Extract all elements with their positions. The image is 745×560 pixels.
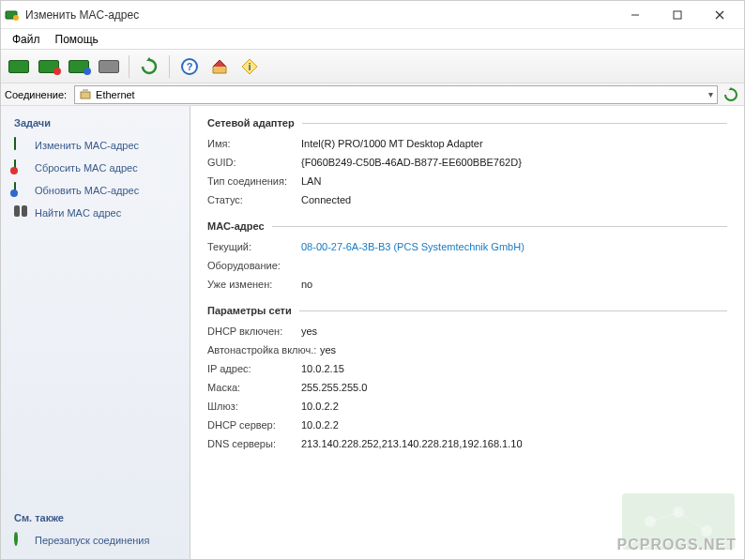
svg-rect-11 <box>622 493 735 550</box>
nic-icon <box>14 138 29 153</box>
change-mac-button[interactable] <box>5 53 33 81</box>
nic-red-icon <box>14 160 29 175</box>
adapter-guid-label: GUID: <box>207 157 301 168</box>
mac-changed-label: Уже изменен: <box>207 279 301 290</box>
reset-mac-button[interactable] <box>35 53 63 81</box>
sidebar-item-refresh-mac[interactable]: Обновить MAC-адрес <box>1 179 190 202</box>
section-adapter-header: Сетевой адаптер <box>207 117 727 129</box>
svg-rect-9 <box>81 92 90 98</box>
window-controls <box>614 2 740 28</box>
adapter-name-value: Intel(R) PRO/1000 MT Desktop Adapter <box>301 138 727 149</box>
net-auto-label: Автонастройка включ.: <box>207 344 320 356</box>
section-mac-header: MAC-адрес <box>207 220 727 232</box>
adapter-guid-value: {F060B249-C50B-46AD-B877-EE600BBE762D} <box>301 157 727 168</box>
svg-point-13 <box>673 507 684 518</box>
net-gw-label: Шлюз: <box>207 401 301 412</box>
help-button[interactable]: ? <box>175 53 204 81</box>
find-mac-button[interactable] <box>95 53 123 81</box>
sidebar-item-change-mac[interactable]: Изменить MAC-адрес <box>1 134 190 157</box>
sidebar-item-label: Перезапуск соединения <box>35 535 149 546</box>
net-dhcp-label: DHCP включен: <box>207 325 301 337</box>
window-title: Изменить MAC-адрес <box>25 8 614 22</box>
net-dhcps-value: 10.0.2.2 <box>301 419 727 431</box>
content-pane: Сетевой адаптер Имя:Intel(R) PRO/1000 MT… <box>190 106 744 559</box>
section-mac-title: MAC-адрес <box>207 220 265 232</box>
sidebar-item-label: Изменить MAC-адрес <box>35 140 139 151</box>
net-dns-value: 213.140.228.252,213.140.228.218,192.168.… <box>301 438 727 449</box>
toolbar: ? i <box>1 50 744 83</box>
adapter-status-value: Connected <box>301 194 727 205</box>
svg-point-1 <box>13 15 19 21</box>
nic-blue-icon <box>14 183 29 198</box>
menu-help[interactable]: Помощь <box>48 31 106 48</box>
restart-icon <box>14 533 29 548</box>
sidebar-item-label: Обновить MAC-адрес <box>35 185 139 196</box>
sidebar-item-label: Сбросить MAC адрес <box>35 162 138 174</box>
maximize-button[interactable] <box>656 2 698 28</box>
mac-hw-value <box>301 260 727 271</box>
sidebar: Задачи Изменить MAC-адрес Сбросить MAC а… <box>1 106 190 559</box>
net-mask-value: 255.255.255.0 <box>301 382 727 393</box>
adapter-status-label: Статус: <box>207 194 301 205</box>
sidebar-seealso-title: См. также <box>1 508 190 529</box>
adapter-name-label: Имя: <box>207 138 301 149</box>
net-dhcps-label: DHCP сервер: <box>207 419 301 431</box>
connection-refresh-button[interactable] <box>722 85 740 104</box>
sidebar-item-reset-mac[interactable]: Сбросить MAC адрес <box>1 157 190 179</box>
watermark-art <box>613 484 744 559</box>
sidebar-item-find-mac[interactable]: Найти MAC адрес <box>1 202 190 224</box>
connection-select[interactable]: Ethernet ▾ <box>74 85 718 104</box>
mac-changed-value: no <box>301 279 727 290</box>
svg-text:?: ? <box>187 61 193 72</box>
section-net-title: Параметры сети <box>207 305 292 316</box>
net-ip-label: IP адрес: <box>207 363 301 374</box>
net-ip-value: 10.0.2.15 <box>301 363 727 374</box>
net-auto-value: yes <box>320 344 727 356</box>
binoculars-icon <box>14 205 29 220</box>
svg-point-14 <box>701 525 712 537</box>
svg-line-16 <box>678 512 707 531</box>
menu-file[interactable]: Файл <box>5 31 48 48</box>
watermark-text: PCPROGS.NET <box>617 537 737 553</box>
net-dns-label: DNS серверы: <box>207 438 301 449</box>
app-icon <box>5 8 20 23</box>
reload-button[interactable] <box>135 53 163 81</box>
section-adapter-title: Сетевой адаптер <box>207 117 295 129</box>
connection-selected: Ethernet <box>96 89 708 100</box>
connection-bar: Соединение: Ethernet ▾ <box>1 83 744 106</box>
chevron-down-icon: ▾ <box>708 89 713 99</box>
minimize-button[interactable] <box>614 2 656 28</box>
toolbar-separator <box>169 55 170 78</box>
sidebar-tasks-title: Задачи <box>1 114 190 134</box>
svg-text:i: i <box>248 61 251 72</box>
ethernet-icon <box>79 88 92 101</box>
mac-current-label: Текущий: <box>207 241 301 252</box>
svg-rect-3 <box>674 11 681 19</box>
net-dhcp-value: yes <box>301 325 727 337</box>
refresh-mac-button[interactable] <box>65 53 93 81</box>
adapter-type-label: Тип соединения: <box>207 175 301 187</box>
section-net-header: Параметры сети <box>207 305 727 316</box>
svg-rect-10 <box>83 89 88 92</box>
net-mask-label: Маска: <box>207 382 301 393</box>
close-button[interactable] <box>698 2 740 28</box>
home-button[interactable] <box>205 53 234 81</box>
sidebar-item-restart-conn[interactable]: Перезапуск соединения <box>1 529 190 552</box>
titlebar: Изменить MAC-адрес <box>1 1 744 29</box>
mac-hw-label: Оборудование: <box>207 260 301 271</box>
mac-current-value[interactable]: 08-00-27-6A-3B-B3 (PCS Systemtechnik Gmb… <box>301 241 727 252</box>
info-button[interactable]: i <box>236 53 264 81</box>
svg-point-12 <box>645 516 656 527</box>
net-gw-value: 10.0.2.2 <box>301 401 727 412</box>
menubar: Файл Помощь <box>1 29 744 50</box>
sidebar-item-label: Найти MAC адрес <box>35 207 121 219</box>
connection-label: Соединение: <box>5 89 70 100</box>
svg-line-15 <box>650 512 678 522</box>
adapter-type-value: LAN <box>301 175 727 187</box>
toolbar-separator <box>129 55 129 78</box>
